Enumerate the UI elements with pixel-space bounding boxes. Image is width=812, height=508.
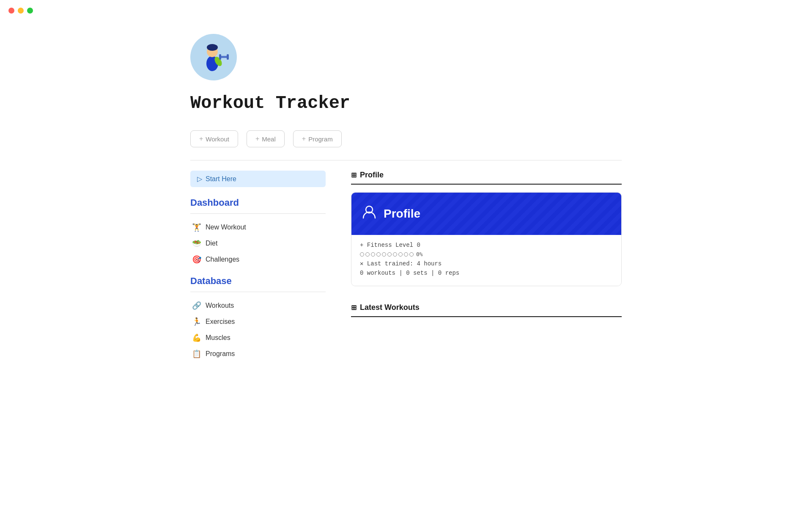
profile-card-header: Profile: [351, 193, 621, 235]
database-divider: [190, 292, 326, 292]
quick-actions: + Workout + Meal + Program: [190, 130, 622, 147]
circle-5: [382, 252, 386, 257]
quick-action-workout-label: Workout: [206, 135, 229, 143]
circle-9: [404, 252, 408, 257]
nav-item-workouts-label: Workouts: [206, 302, 234, 309]
latest-workouts-title: Latest Workouts: [360, 303, 420, 312]
main-layout: ▷ Start Here Dashboard 🏋️ New Workout 🥗 …: [190, 171, 622, 362]
workout-stats-label: 0 workouts | 0 sets | 0 reps: [360, 270, 459, 276]
svg-rect-7: [219, 54, 221, 60]
progress-row: 0%: [360, 251, 613, 257]
plus-icon-program: +: [302, 135, 306, 143]
circle-6: [387, 252, 392, 257]
plus-icon-meal: +: [255, 135, 259, 143]
workouts-icon: 🔗: [192, 301, 201, 310]
profile-card[interactable]: Profile + Fitness Level 0: [351, 192, 622, 286]
profile-grid-icon: ⊞: [351, 171, 357, 179]
progress-circles: [360, 252, 414, 257]
page-title: Workout Tracker: [190, 93, 622, 113]
circle-4: [376, 252, 381, 257]
circle-2: [365, 252, 370, 257]
nav-item-diet-label: Diet: [206, 240, 217, 247]
start-here-button[interactable]: ▷ Start Here: [190, 171, 326, 187]
profile-section-header: ⊞ Profile: [351, 171, 622, 185]
play-icon: ▷: [197, 175, 202, 183]
dashboard-section-label: Dashboard: [190, 197, 326, 208]
main-divider: [190, 160, 622, 160]
profile-user-icon: [362, 204, 377, 223]
muscles-icon: 💪: [192, 333, 201, 342]
last-trained-stat: ✕ Last trained: 4 hours: [360, 260, 613, 267]
page-content: Workout Tracker + Workout + Meal + Progr…: [173, 0, 639, 388]
nav-item-workouts[interactable]: 🔗 Workouts: [190, 298, 326, 313]
left-nav: ▷ Start Here Dashboard 🏋️ New Workout 🥗 …: [190, 171, 326, 362]
programs-icon: 📋: [192, 349, 201, 359]
circle-1: [360, 252, 364, 257]
nav-item-new-workout-label: New Workout: [206, 224, 246, 231]
progress-percent: 0%: [416, 251, 423, 257]
quick-action-workout[interactable]: + Workout: [190, 130, 238, 147]
fitness-level-stat: + Fitness Level 0: [360, 242, 613, 248]
last-trained-label: ✕ Last trained: 4 hours: [360, 260, 442, 267]
window-controls: [8, 8, 33, 14]
new-workout-icon: 🏋️: [192, 223, 201, 232]
right-panel: ⊞ Profile Profile +: [351, 171, 622, 362]
hero-avatar: [190, 34, 237, 80]
nav-item-programs[interactable]: 📋 Programs: [190, 346, 326, 362]
nav-item-challenges[interactable]: 🎯 Challenges: [190, 252, 326, 267]
start-here-label: Start Here: [206, 175, 236, 183]
nav-item-exercises-label: Exercises: [206, 318, 235, 326]
nav-item-new-workout[interactable]: 🏋️ New Workout: [190, 220, 326, 235]
fitness-level-label: + Fitness Level 0: [360, 242, 420, 248]
database-section-label: Database: [190, 276, 326, 287]
latest-workouts-header: ⊞ Latest Workouts: [351, 303, 622, 317]
quick-action-program-label: Program: [308, 135, 333, 143]
plus-icon-workout: +: [199, 135, 203, 143]
quick-action-meal-label: Meal: [262, 135, 276, 143]
dashboard-divider: [190, 213, 326, 214]
nav-item-muscles-label: Muscles: [206, 334, 230, 342]
challenges-icon: 🎯: [192, 255, 201, 264]
nav-item-exercises[interactable]: 🏃 Exercises: [190, 314, 326, 329]
profile-card-title: Profile: [384, 207, 420, 221]
circle-3: [371, 252, 375, 257]
nav-item-challenges-label: Challenges: [206, 256, 239, 263]
quick-action-meal[interactable]: + Meal: [247, 130, 285, 147]
database-section: Database 🔗 Workouts 🏃 Exercises 💪 Muscle…: [190, 276, 326, 362]
nav-item-muscles[interactable]: 💪 Muscles: [190, 330, 326, 345]
workout-stats: 0 workouts | 0 sets | 0 reps: [360, 270, 613, 276]
svg-point-4: [207, 44, 218, 51]
latest-workouts-grid-icon: ⊞: [351, 304, 357, 312]
exercises-icon: 🏃: [192, 317, 201, 326]
nav-item-diet[interactable]: 🥗 Diet: [190, 236, 326, 251]
circle-7: [393, 252, 397, 257]
close-button[interactable]: [8, 8, 14, 14]
profile-card-body: + Fitness Level 0: [351, 235, 621, 286]
svg-rect-6: [227, 54, 229, 60]
maximize-button[interactable]: [27, 8, 33, 14]
nav-item-programs-label: Programs: [206, 350, 235, 358]
profile-section-title: Profile: [360, 171, 384, 179]
diet-icon: 🥗: [192, 239, 201, 248]
minimize-button[interactable]: [18, 8, 24, 14]
circle-8: [398, 252, 403, 257]
circle-10: [409, 252, 414, 257]
quick-action-program[interactable]: + Program: [293, 130, 342, 147]
